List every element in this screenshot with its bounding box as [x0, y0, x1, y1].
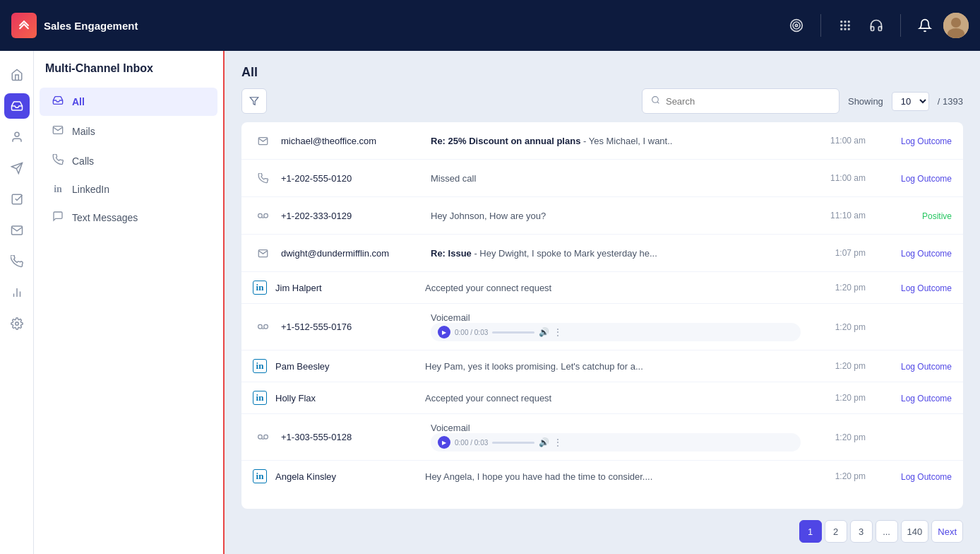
main-content: All Showing 10 25 — [225, 51, 980, 554]
audio-player[interactable]: ▶ 0:00 / 0:03 🔊 ⋮ — [431, 433, 801, 452]
svg-rect-6 — [840, 25, 842, 27]
panel-nav-linkedin[interactable]: in LinkedIn — [40, 177, 217, 202]
page-140-button[interactable]: 140 — [901, 520, 929, 543]
panel-nav-text-messages[interactable]: Text Messages — [40, 204, 217, 232]
table-row[interactable]: +1-303-555-0128 Voicemail ▶ 0:00 / 0:03 … — [241, 414, 963, 461]
svg-point-24 — [652, 97, 659, 103]
time: 1:20 pm — [809, 322, 866, 332]
time: 1:07 pm — [809, 248, 866, 258]
action[interactable]: Log Outcome — [874, 360, 952, 372]
mail-icon — [253, 243, 273, 263]
table-row[interactable]: dwight@dundermifflin.com Re: Issue - Hey… — [241, 235, 963, 272]
audio-player[interactable]: ▶ 0:00 / 0:03 🔊 ⋮ — [431, 323, 801, 341]
grid-icon-btn[interactable] — [832, 13, 858, 38]
page-1-button[interactable]: 1 — [799, 520, 822, 543]
user-avatar[interactable] — [943, 13, 969, 38]
svg-rect-18 — [12, 194, 22, 204]
action[interactable]: Log Outcome — [874, 281, 952, 294]
table-row[interactable]: in Angela Kinsley Hey Angela, I hope you… — [241, 461, 963, 492]
panel-nav-calls-label: Calls — [72, 155, 94, 167]
pagination: 1 2 3 ... 140 Next — [225, 509, 980, 554]
message: Re: 25% Discount on annual plans - Yes M… — [431, 136, 801, 146]
linkedin-icon: in — [253, 359, 267, 373]
svg-point-22 — [15, 322, 18, 326]
target-icon-btn[interactable] — [784, 13, 809, 38]
action[interactable]: Log Outcome — [874, 134, 952, 147]
sidebar-icon-contacts[interactable] — [4, 124, 30, 150]
message: Hey Angela, I hope you have had the time… — [425, 471, 801, 482]
sidebar-icon-campaigns[interactable] — [4, 155, 30, 181]
mails-icon — [51, 124, 65, 138]
message: Hey Johnson, How are you? — [431, 211, 801, 221]
sidebar-icon-inbox[interactable] — [4, 93, 30, 119]
sidebar-icon-settings[interactable] — [4, 311, 30, 336]
panel-nav-all[interactable]: All — [40, 88, 217, 116]
svg-point-0 — [791, 20, 803, 32]
sidebar-icon-home[interactable] — [4, 62, 30, 88]
sender: +1-512-555-0176 — [281, 322, 422, 332]
filter-button[interactable] — [241, 88, 267, 114]
audio-progress-bar[interactable] — [492, 442, 534, 444]
app-title: Sales Engagement — [44, 20, 138, 32]
showing-total: / 1393 — [938, 96, 963, 107]
message: Accepted your connect request — [425, 283, 801, 293]
headset-icon-btn[interactable] — [864, 13, 889, 38]
action[interactable]: Log Outcome — [874, 247, 952, 259]
message: Missed call — [431, 173, 801, 184]
all-icon — [51, 95, 65, 109]
page-2-button[interactable]: 2 — [825, 520, 847, 543]
table-row[interactable]: in Jim Halpert Accepted your connect req… — [241, 272, 963, 304]
page-3-button[interactable]: 3 — [850, 520, 873, 543]
table-row[interactable]: +1-512-555-0176 Voicemail ▶ 0:00 / 0:03 … — [241, 304, 963, 350]
bell-icon-btn[interactable] — [912, 13, 938, 38]
search-input[interactable] — [666, 96, 830, 107]
topnav-right — [784, 13, 969, 38]
svg-point-33 — [263, 435, 268, 439]
action[interactable]: Log Outcome — [874, 391, 952, 404]
voicemail-icon — [253, 206, 273, 225]
sidebar-icon-calls[interactable] — [4, 249, 30, 274]
panel-nav-mails[interactable]: Mails — [40, 117, 217, 146]
linkedin-icon: in — [253, 391, 267, 405]
panel-nav-calls[interactable]: Calls — [40, 147, 217, 175]
message: Voicemail ▶ 0:00 / 0:03 🔊 ⋮ — [431, 423, 801, 452]
table-row[interactable]: +1-202-333-0129 Hey Johnson, How are you… — [241, 197, 963, 235]
logo-icon — [11, 13, 37, 38]
panel-nav-mails-label: Mails — [72, 126, 95, 137]
table-row[interactable]: in Holly Flax Accepted your connect requ… — [241, 382, 963, 414]
svg-point-29 — [258, 324, 262, 329]
calls-icon — [51, 154, 65, 168]
more-options-icon[interactable]: ⋮ — [554, 437, 562, 447]
action[interactable]: Log Outcome — [874, 470, 952, 483]
audio-progress-bar[interactable] — [492, 331, 534, 334]
table-row[interactable]: in Pam Beesley Hey Pam, yes it looks pro… — [241, 350, 963, 382]
action[interactable]: Log Outcome — [874, 172, 952, 184]
volume-icon[interactable]: 🔊 — [539, 327, 549, 337]
sidebar-icon-tasks[interactable] — [4, 187, 30, 212]
panel-nav-all-label: All — [72, 96, 85, 107]
text-messages-icon — [51, 211, 65, 225]
svg-point-30 — [263, 324, 268, 329]
play-button[interactable]: ▶ — [438, 326, 450, 338]
next-button[interactable]: Next — [931, 520, 963, 543]
phone-icon — [253, 168, 273, 188]
action: Positive — [874, 209, 952, 222]
showing-count-select[interactable]: 10 25 50 — [892, 92, 929, 111]
sender: dwight@dundermifflin.com — [281, 248, 422, 259]
more-options-icon[interactable]: ⋮ — [554, 327, 562, 337]
table-row[interactable]: +1-202-555-0120 Missed call 11:00 am Log… — [241, 160, 963, 197]
volume-icon[interactable]: 🔊 — [539, 437, 549, 447]
audio-time: 0:00 / 0:03 — [455, 439, 488, 447]
svg-point-13 — [951, 18, 961, 28]
svg-point-15 — [15, 132, 19, 136]
page-ellipsis: ... — [876, 520, 898, 543]
sender: +1-202-333-0129 — [281, 211, 422, 221]
sidebar-icon-analytics[interactable] — [4, 280, 30, 305]
sidebar-icon-mail[interactable] — [4, 218, 30, 243]
app-logo-group[interactable]: Sales Engagement — [11, 13, 138, 38]
table-row[interactable]: michael@theoffice.com Re: 25% Discount o… — [241, 122, 963, 160]
icon-sidebar — [0, 51, 34, 554]
app-layout: Multi-Channel Inbox All Mails — [0, 51, 980, 554]
play-button[interactable]: ▶ — [438, 436, 450, 449]
svg-rect-7 — [844, 25, 847, 27]
